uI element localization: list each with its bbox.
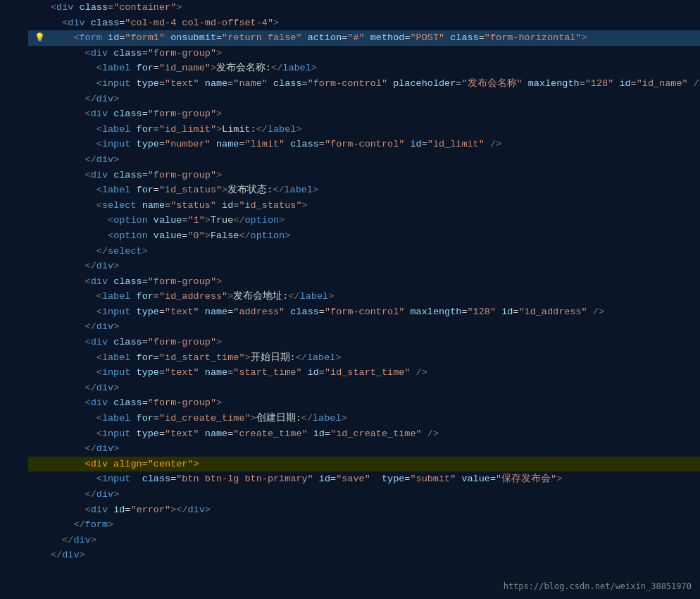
code-line: <label for="id_name">发布会名称:</label> — [28, 61, 700, 76]
code-line: </div> — [28, 319, 700, 335]
code-line: </div> — [28, 381, 700, 396]
code-line: <input class="btn btn-lg btn-primary" id… — [28, 471, 700, 487]
code-line: <div align="center"> — [28, 457, 700, 472]
code-line: <label for="id_create_time">创建日期:</label… — [28, 411, 700, 426]
watermark: https://blog.csdn.net/weixin_38851970 — [504, 580, 692, 593]
code-line: <div class="form-group"> — [28, 335, 700, 350]
code-line: </div> — [28, 152, 700, 168]
code-line: </div> — [28, 259, 700, 274]
code-line: <div class="form-group"> — [28, 46, 700, 61]
code-line: </div> — [28, 548, 700, 563]
code-line: <input type="number" name="limit" class=… — [28, 137, 700, 152]
code-line: <div id="error"></div> — [28, 502, 700, 518]
code-line: <input type="text" name="start_time" id=… — [28, 365, 700, 381]
code-line: <div class="col-md-4 col-md-offset-4"> — [28, 16, 700, 31]
code-line: </select> — [28, 244, 700, 259]
code-line: <label for="id_limit">Limit:</label> — [28, 122, 700, 137]
code-line: <select name="status" id="id_status"> — [28, 198, 700, 214]
code-line: <div class="container"> — [28, 0, 700, 16]
code-line: <div class="form-group"> — [28, 274, 700, 290]
code-line: <input type="text" name="name" class="fo… — [28, 76, 700, 92]
code-line: <label for="id_address">发布会地址:</label> — [28, 289, 700, 304]
code-line: <div class="form-group"> — [28, 106, 700, 122]
code-line: <label for="id_status">发布状态:</label> — [28, 183, 700, 198]
code-line: </div> — [28, 92, 700, 107]
code-line: </div> — [28, 487, 700, 502]
code-line: <label for="id_start_time">开始日期:</label> — [28, 350, 700, 366]
code-line: </div> — [28, 533, 700, 548]
code-area: <div class="container"> <div class="col-… — [23, 0, 700, 563]
code-line: <div class="form-group"> — [28, 168, 700, 183]
code-line: <option value="1">True</option> — [28, 213, 700, 228]
code-line: <div class="form-group"> — [28, 395, 700, 411]
code-line: <input type="text" name="create_time" id… — [28, 426, 700, 442]
code-line: </div> — [28, 441, 700, 457]
code-line: <input type="text" name="address" class=… — [28, 304, 700, 320]
editor-container: <div class="container"> <div class="col-… — [0, 0, 700, 599]
code-line: </form> — [28, 517, 700, 533]
code-line: 💡 <form id="form1" onsubmit="return fals… — [28, 30, 700, 46]
code-line: <option value="0">False</option> — [28, 228, 700, 244]
